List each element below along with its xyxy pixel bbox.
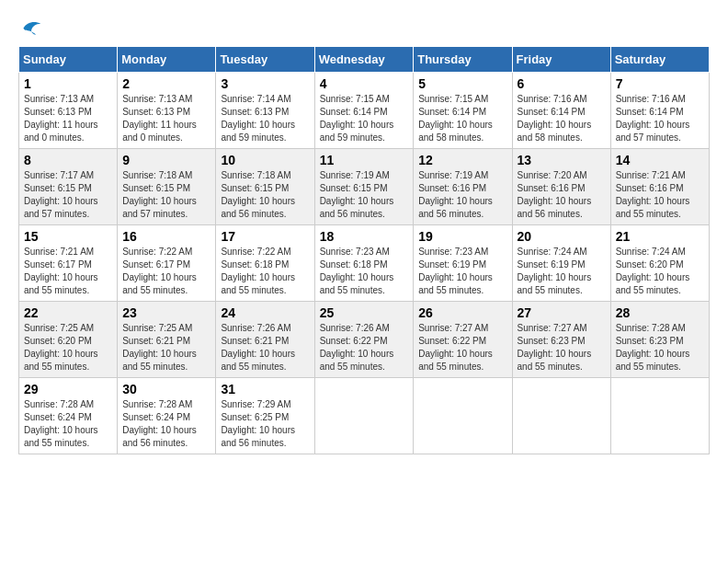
day-number: 23 bbox=[122, 305, 210, 320]
day-info: Sunrise: 7:28 AMSunset: 6:24 PMDaylight:… bbox=[24, 398, 112, 450]
day-cell: 10Sunrise: 7:18 AMSunset: 6:15 PMDayligh… bbox=[216, 149, 314, 225]
day-number: 18 bbox=[320, 229, 409, 244]
day-cell: 16Sunrise: 7:22 AMSunset: 6:17 PMDayligh… bbox=[118, 225, 216, 302]
weekday-header-monday: Monday bbox=[118, 47, 216, 73]
day-cell: 8Sunrise: 7:17 AMSunset: 6:15 PMDaylight… bbox=[19, 149, 118, 225]
day-info: Sunrise: 7:24 AMSunset: 6:19 PMDaylight:… bbox=[518, 246, 606, 297]
day-number: 25 bbox=[320, 305, 409, 320]
day-cell: 29Sunrise: 7:28 AMSunset: 6:24 PMDayligh… bbox=[19, 378, 118, 454]
day-info: Sunrise: 7:14 AMSunset: 6:13 PMDaylight:… bbox=[221, 93, 309, 144]
day-cell: 24Sunrise: 7:26 AMSunset: 6:21 PMDayligh… bbox=[216, 302, 314, 378]
day-cell: 26Sunrise: 7:27 AMSunset: 6:22 PMDayligh… bbox=[414, 302, 512, 378]
day-cell: 1Sunrise: 7:13 AMSunset: 6:13 PMDaylight… bbox=[19, 73, 118, 149]
weekday-header-tuesday: Tuesday bbox=[216, 47, 314, 73]
day-info: Sunrise: 7:18 AMSunset: 6:15 PMDaylight:… bbox=[221, 169, 309, 221]
week-row-3: 15Sunrise: 7:21 AMSunset: 6:17 PMDayligh… bbox=[19, 225, 710, 302]
week-row-1: 1Sunrise: 7:13 AMSunset: 6:13 PMDaylight… bbox=[19, 73, 710, 149]
day-number: 6 bbox=[518, 76, 606, 91]
week-row-2: 8Sunrise: 7:17 AMSunset: 6:15 PMDaylight… bbox=[19, 149, 710, 225]
day-cell: 11Sunrise: 7:19 AMSunset: 6:15 PMDayligh… bbox=[314, 149, 414, 225]
day-cell: 5Sunrise: 7:15 AMSunset: 6:14 PMDaylight… bbox=[414, 73, 512, 149]
day-cell bbox=[512, 378, 610, 454]
day-number: 20 bbox=[518, 229, 606, 244]
day-number: 16 bbox=[122, 229, 210, 244]
day-info: Sunrise: 7:21 AMSunset: 6:17 PMDaylight:… bbox=[24, 246, 112, 297]
header bbox=[18, 18, 710, 37]
day-number: 12 bbox=[418, 153, 506, 167]
day-number: 19 bbox=[418, 229, 506, 244]
day-number: 29 bbox=[24, 382, 112, 396]
day-number: 5 bbox=[418, 76, 506, 91]
day-number: 28 bbox=[616, 305, 704, 320]
day-cell: 20Sunrise: 7:24 AMSunset: 6:19 PMDayligh… bbox=[512, 225, 610, 302]
day-number: 17 bbox=[221, 229, 309, 244]
day-info: Sunrise: 7:28 AMSunset: 6:24 PMDaylight:… bbox=[122, 398, 210, 450]
day-info: Sunrise: 7:15 AMSunset: 6:14 PMDaylight:… bbox=[320, 93, 409, 144]
page-container: SundayMondayTuesdayWednesdayThursdayFrid… bbox=[18, 18, 710, 454]
day-info: Sunrise: 7:21 AMSunset: 6:16 PMDaylight:… bbox=[616, 169, 704, 221]
day-cell: 15Sunrise: 7:21 AMSunset: 6:17 PMDayligh… bbox=[19, 225, 118, 302]
day-cell: 9Sunrise: 7:18 AMSunset: 6:15 PMDaylight… bbox=[118, 149, 216, 225]
day-number: 24 bbox=[221, 305, 309, 320]
weekday-header-friday: Friday bbox=[512, 47, 610, 73]
day-number: 30 bbox=[122, 382, 210, 396]
day-cell: 31Sunrise: 7:29 AMSunset: 6:25 PMDayligh… bbox=[216, 378, 314, 454]
day-info: Sunrise: 7:13 AMSunset: 6:13 PMDaylight:… bbox=[24, 93, 112, 144]
day-info: Sunrise: 7:27 AMSunset: 6:22 PMDaylight:… bbox=[418, 322, 506, 373]
day-number: 10 bbox=[221, 153, 309, 167]
day-number: 22 bbox=[24, 305, 112, 320]
day-info: Sunrise: 7:24 AMSunset: 6:20 PMDaylight:… bbox=[616, 246, 704, 297]
day-info: Sunrise: 7:25 AMSunset: 6:21 PMDaylight:… bbox=[122, 322, 210, 373]
day-info: Sunrise: 7:25 AMSunset: 6:20 PMDaylight:… bbox=[24, 322, 112, 373]
day-cell bbox=[314, 378, 414, 454]
day-info: Sunrise: 7:18 AMSunset: 6:15 PMDaylight:… bbox=[122, 169, 210, 221]
day-info: Sunrise: 7:17 AMSunset: 6:15 PMDaylight:… bbox=[24, 169, 112, 221]
day-number: 27 bbox=[518, 305, 606, 320]
day-cell bbox=[414, 378, 512, 454]
weekday-header-wednesday: Wednesday bbox=[314, 47, 414, 73]
day-number: 21 bbox=[616, 229, 704, 244]
day-cell: 14Sunrise: 7:21 AMSunset: 6:16 PMDayligh… bbox=[610, 149, 709, 225]
day-number: 11 bbox=[320, 153, 409, 167]
day-info: Sunrise: 7:22 AMSunset: 6:17 PMDaylight:… bbox=[122, 246, 210, 297]
day-info: Sunrise: 7:16 AMSunset: 6:14 PMDaylight:… bbox=[616, 93, 704, 144]
day-cell: 23Sunrise: 7:25 AMSunset: 6:21 PMDayligh… bbox=[118, 302, 216, 378]
day-number: 8 bbox=[24, 153, 112, 167]
day-cell: 7Sunrise: 7:16 AMSunset: 6:14 PMDaylight… bbox=[610, 73, 709, 149]
day-cell: 19Sunrise: 7:23 AMSunset: 6:19 PMDayligh… bbox=[414, 225, 512, 302]
day-cell bbox=[610, 378, 709, 454]
day-number: 9 bbox=[122, 153, 210, 167]
day-number: 4 bbox=[320, 76, 409, 91]
day-cell: 2Sunrise: 7:13 AMSunset: 6:13 PMDaylight… bbox=[118, 73, 216, 149]
day-cell: 17Sunrise: 7:22 AMSunset: 6:18 PMDayligh… bbox=[216, 225, 314, 302]
day-info: Sunrise: 7:29 AMSunset: 6:25 PMDaylight:… bbox=[221, 398, 309, 450]
day-cell: 3Sunrise: 7:14 AMSunset: 6:13 PMDaylight… bbox=[216, 73, 314, 149]
weekday-header-sunday: Sunday bbox=[19, 47, 118, 73]
day-info: Sunrise: 7:23 AMSunset: 6:19 PMDaylight:… bbox=[418, 246, 506, 297]
day-cell: 27Sunrise: 7:27 AMSunset: 6:23 PMDayligh… bbox=[512, 302, 610, 378]
weekday-header-row: SundayMondayTuesdayWednesdayThursdayFrid… bbox=[19, 47, 710, 73]
day-cell: 12Sunrise: 7:19 AMSunset: 6:16 PMDayligh… bbox=[414, 149, 512, 225]
day-number: 7 bbox=[616, 76, 704, 91]
weekday-header-saturday: Saturday bbox=[610, 47, 709, 73]
day-cell: 6Sunrise: 7:16 AMSunset: 6:14 PMDaylight… bbox=[512, 73, 610, 149]
week-row-4: 22Sunrise: 7:25 AMSunset: 6:20 PMDayligh… bbox=[19, 302, 710, 378]
day-info: Sunrise: 7:23 AMSunset: 6:18 PMDaylight:… bbox=[320, 246, 409, 297]
day-info: Sunrise: 7:13 AMSunset: 6:13 PMDaylight:… bbox=[122, 93, 210, 144]
day-number: 15 bbox=[24, 229, 112, 244]
day-number: 2 bbox=[122, 76, 210, 91]
day-number: 31 bbox=[221, 382, 309, 396]
day-number: 1 bbox=[24, 76, 112, 91]
day-number: 13 bbox=[518, 153, 606, 167]
day-info: Sunrise: 7:28 AMSunset: 6:23 PMDaylight:… bbox=[616, 322, 704, 373]
day-cell: 4Sunrise: 7:15 AMSunset: 6:14 PMDaylight… bbox=[314, 73, 414, 149]
day-cell: 21Sunrise: 7:24 AMSunset: 6:20 PMDayligh… bbox=[610, 225, 709, 302]
day-info: Sunrise: 7:16 AMSunset: 6:14 PMDaylight:… bbox=[518, 93, 606, 144]
week-row-5: 29Sunrise: 7:28 AMSunset: 6:24 PMDayligh… bbox=[19, 378, 710, 454]
day-number: 3 bbox=[221, 76, 309, 91]
day-number: 26 bbox=[418, 305, 506, 320]
day-cell: 18Sunrise: 7:23 AMSunset: 6:18 PMDayligh… bbox=[314, 225, 414, 302]
calendar-table: SundayMondayTuesdayWednesdayThursdayFrid… bbox=[18, 46, 710, 454]
day-info: Sunrise: 7:20 AMSunset: 6:16 PMDaylight:… bbox=[518, 169, 606, 221]
day-cell: 13Sunrise: 7:20 AMSunset: 6:16 PMDayligh… bbox=[512, 149, 610, 225]
